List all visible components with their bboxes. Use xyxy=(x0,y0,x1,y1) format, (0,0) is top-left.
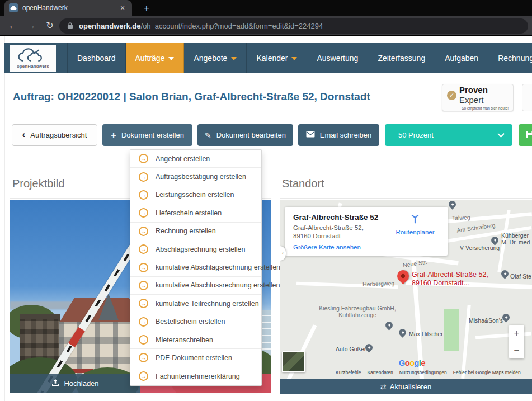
map-zoom-control: + − xyxy=(509,325,524,358)
caret-down-icon xyxy=(291,57,297,60)
order-overview-button[interactable]: ‹ Auftragsübersicht xyxy=(12,124,97,146)
proven-expert-brand: Proven xyxy=(459,85,488,95)
nav-item-zeiterfassung[interactable]: Zeiterfassung xyxy=(368,43,435,73)
badge-card-partial xyxy=(522,84,532,111)
check-icon: ✓ xyxy=(447,91,456,100)
lock-icon xyxy=(67,21,73,31)
map-label: Auto Gößer xyxy=(336,346,366,352)
create-document-button[interactable]: + Dokument erstellen xyxy=(102,124,192,146)
nav-items: Dashboard Aufträge Angebote Kalender Aus… xyxy=(67,43,532,73)
nav-item-aufgaben[interactable]: Aufgaben xyxy=(435,43,488,73)
map-label: Olaf Ste xyxy=(510,273,531,280)
map-road xyxy=(461,305,470,379)
map-label: Herbergweg xyxy=(362,280,395,287)
marker-label: Graf-Albrecht-Straße 52, 89160 Dornstadt… xyxy=(412,271,498,287)
menu-item-mieteranschreiben[interactable]: →Mieteranschreiben xyxy=(130,331,261,349)
forward-icon[interactable]: → xyxy=(26,20,37,31)
map-pin-icon[interactable] xyxy=(489,235,500,245)
circle-arrow-icon: → xyxy=(139,335,148,345)
tab-title: openHandwerk xyxy=(22,4,117,12)
write-email-button[interactable]: Email schreiben xyxy=(298,124,379,146)
progress-select[interactable]: 50 Prozent xyxy=(385,124,512,146)
circle-arrow-icon: → xyxy=(139,154,148,163)
circle-arrow-icon: → xyxy=(139,244,148,254)
browser-tab[interactable]: openHandwerk × xyxy=(4,0,132,16)
chevron-left-icon: ‹ xyxy=(22,129,26,140)
map-label: Am Schraiberg xyxy=(456,221,496,234)
page-content: openHandwerk Dashboard Aufträge Angebote… xyxy=(0,36,532,401)
new-tab-button[interactable]: + xyxy=(140,2,153,15)
address-bar[interactable]: openhandwerk.de/oh_account/index.php?mod… xyxy=(59,18,528,34)
menu-item-fachunternehmererklaerung[interactable]: →Fachunternehmererklärung xyxy=(130,367,261,385)
map-pin-icon[interactable] xyxy=(500,268,510,279)
edit-document-button[interactable]: ✎ Dokument bearbeiten xyxy=(197,124,293,146)
circle-arrow-icon: → xyxy=(139,281,148,290)
close-tab-icon[interactable]: × xyxy=(117,3,128,13)
menu-item-kumulative-teilrechnung[interactable]: →kumulative Teilrechnung erstellen xyxy=(130,295,261,313)
directions-link[interactable]: Routenplaner xyxy=(393,213,437,235)
save-floppy-icon xyxy=(526,130,532,140)
terms-link[interactable]: Nutzungsbedingungen xyxy=(399,370,447,375)
map-pin-icon[interactable] xyxy=(447,200,457,210)
circle-arrow-icon: → xyxy=(139,172,148,182)
cloud-favicon-icon xyxy=(9,3,18,12)
circle-arrow-icon: → xyxy=(139,371,148,381)
nav-item-dashboard[interactable]: Dashboard xyxy=(67,43,126,73)
menu-item-rechnung[interactable]: →Rechnung erstellen xyxy=(130,223,261,240)
menu-item-kumulative-abschlussrechnung[interactable]: →kumulative Abschlussrechnung erstellen xyxy=(130,277,261,295)
report-error-link[interactable]: Fehler bei Google Maps melden xyxy=(453,370,521,375)
menu-item-kumulative-abschlagsrechnung[interactable]: →kumulative Abschlagsrechnung erstellen xyxy=(130,258,261,276)
pencil-icon: ✎ xyxy=(205,131,211,140)
browser-url-bar: ← → ↻ openhandwerk.de/oh_account/index.p… xyxy=(0,16,532,36)
circle-arrow-icon: → xyxy=(139,190,148,200)
map-info-window: Graf-Albrecht-Straße 52 Graf-Albrecht-St… xyxy=(285,207,448,256)
url-path: /oh_account/index.php?mod=add&form=edit&… xyxy=(141,22,323,30)
map-pin-icon[interactable] xyxy=(384,320,394,330)
google-map[interactable]: Talweg Am Schraiberg Neue Str. Herbergwe… xyxy=(280,200,532,379)
back-icon[interactable]: ← xyxy=(7,20,18,31)
map-park xyxy=(444,309,459,351)
map-label: Kühberger M. Dr. med xyxy=(501,232,532,246)
google-logo[interactable]: Google xyxy=(399,358,425,367)
menu-item-leistungsschein[interactable]: →Leistungsschein erstellen xyxy=(130,186,261,204)
map-label: Kiesling Fahrzeugbau GmbH, Kühlfahrzeuge xyxy=(318,305,397,318)
content-left-divider xyxy=(4,36,5,401)
app-logo[interactable]: openHandwerk xyxy=(10,45,56,72)
proven-expert-tagline: So empfiehlt man sich heute! xyxy=(447,106,509,110)
refresh-icon: ⇄ xyxy=(380,383,387,391)
menu-item-pdf-dokument[interactable]: →PDF-Dokument erstellen xyxy=(130,349,261,367)
browser-tab-strip: openHandwerk × + xyxy=(0,0,532,16)
nav-item-auftraege[interactable]: Aufträge xyxy=(126,43,185,73)
shortcuts-link[interactable]: Kurzbefehle xyxy=(336,370,361,375)
satellite-view-thumbnail[interactable] xyxy=(282,351,305,372)
nav-item-angebote[interactable]: Angebote xyxy=(184,43,247,73)
map-data-link[interactable]: Kartendaten xyxy=(367,370,393,375)
map-label: Misha&Son's xyxy=(469,317,503,324)
save-button[interactable] xyxy=(519,124,532,146)
menu-item-abschlagsrechnung[interactable]: →Abschlagsrechnung erstellen xyxy=(130,240,261,258)
zoom-out-button[interactable]: − xyxy=(509,342,524,359)
menu-item-bestellschein[interactable]: →Bestellschein erstellen xyxy=(130,313,261,331)
menu-item-angebot[interactable]: →Angebot erstellen xyxy=(130,150,261,168)
map-pin-icon[interactable] xyxy=(397,327,407,337)
map-label: V Versicherung xyxy=(460,244,500,251)
plus-icon: + xyxy=(111,130,116,141)
proven-expert-badge[interactable]: ✓ Proven Expert So empfiehlt man sich he… xyxy=(442,84,514,111)
circle-arrow-icon: → xyxy=(139,263,148,272)
menu-item-auftragsbestaetigung[interactable]: →Auftragsbestätigung erstellen xyxy=(130,168,261,186)
map-label: Talweg xyxy=(452,214,470,221)
url-domain: openhandwerk.de xyxy=(79,22,141,30)
nav-item-auswertung[interactable]: Auswertung xyxy=(307,43,368,73)
directions-icon xyxy=(409,217,421,227)
zoom-in-button[interactable]: + xyxy=(509,325,524,342)
nav-item-rechnungen[interactable]: Rechnungen xyxy=(488,43,532,73)
create-document-dropdown: →Angebot erstellen →Auftragsbestätigung … xyxy=(130,149,262,386)
refresh-map-button[interactable]: ⇄ Aktualisieren xyxy=(280,379,532,394)
view-larger-map-link[interactable]: Größere Karte ansehen xyxy=(293,244,361,251)
url-text: openhandwerk.de/oh_account/index.php?mod… xyxy=(79,22,323,30)
menu-item-lieferschein[interactable]: →Lieferschein erstellen xyxy=(130,204,261,222)
upload-button[interactable]: Hochladen xyxy=(10,374,140,393)
caret-down-icon xyxy=(168,57,174,60)
nav-item-kalender[interactable]: Kalender xyxy=(247,43,307,73)
reload-icon[interactable]: ↻ xyxy=(44,20,55,31)
